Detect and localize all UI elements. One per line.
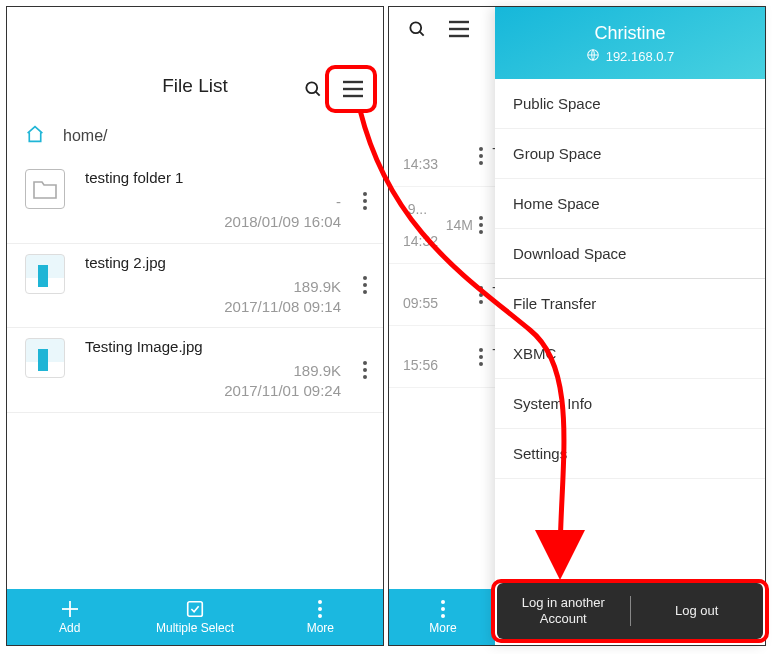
file-name: testing folder 1 bbox=[85, 169, 365, 186]
svg-point-10 bbox=[318, 614, 322, 618]
search-icon[interactable] bbox=[303, 79, 323, 99]
more-button[interactable]: More bbox=[258, 589, 383, 645]
search-icon[interactable] bbox=[407, 19, 427, 43]
add-button[interactable]: Add bbox=[7, 589, 132, 645]
svg-rect-7 bbox=[188, 602, 203, 617]
multiple-select-button[interactable]: Multiple Select bbox=[132, 589, 257, 645]
account-name: Christine bbox=[495, 23, 765, 44]
drawer-item-settings[interactable]: Settings bbox=[495, 429, 765, 479]
image-thumbnail-icon bbox=[25, 338, 65, 378]
drawer-item-home-space[interactable]: Home Space bbox=[495, 179, 765, 229]
drawer-footer: Log in another Account Log out bbox=[497, 583, 763, 639]
svg-line-12 bbox=[420, 32, 424, 36]
screen-drawer-open: - 14:33 -9... 14M 14:32 - 09:55 - 15:56 bbox=[388, 6, 766, 646]
file-date: 2018/01/09 16:04 bbox=[85, 212, 341, 232]
drawer-item-download-space[interactable]: Download Space bbox=[495, 229, 765, 279]
drawer-item-file-transfer[interactable]: File Transfer bbox=[495, 279, 765, 329]
bottom-toolbar: Add Multiple Select More bbox=[7, 589, 383, 645]
file-size: - bbox=[85, 192, 341, 212]
svg-point-16 bbox=[441, 600, 445, 604]
login-another-account-button[interactable]: Log in another Account bbox=[497, 595, 630, 628]
svg-point-9 bbox=[318, 607, 322, 611]
drawer-item-public-space[interactable]: Public Space bbox=[495, 79, 765, 129]
list-item[interactable]: -9... 14M 14:32 bbox=[389, 187, 497, 264]
folder-icon bbox=[25, 169, 65, 209]
file-more-icon[interactable] bbox=[479, 348, 483, 366]
header: File List bbox=[7, 7, 383, 117]
list-item[interactable]: - 09:55 bbox=[389, 264, 497, 326]
screen-file-list: File List home/ bbox=[6, 6, 384, 646]
breadcrumb-path: home/ bbox=[63, 127, 107, 145]
logout-button[interactable]: Log out bbox=[631, 603, 764, 619]
svg-point-8 bbox=[318, 600, 322, 604]
file-size: 189.9K bbox=[85, 361, 341, 381]
file-more-icon[interactable] bbox=[479, 216, 483, 234]
svg-point-17 bbox=[441, 607, 445, 611]
svg-point-18 bbox=[441, 614, 445, 618]
drawer-header: Christine 192.168.0.7 bbox=[495, 7, 765, 79]
breadcrumb[interactable]: home/ bbox=[7, 117, 383, 159]
list-item[interactable]: Testing Image.jpg 189.9K 2017/11/01 09:2… bbox=[7, 328, 383, 413]
side-drawer: Christine 192.168.0.7 Public Space Group… bbox=[495, 7, 765, 645]
file-more-icon[interactable] bbox=[363, 192, 367, 210]
drawer-item-xbmc[interactable]: XBMC bbox=[495, 329, 765, 379]
file-list: testing folder 1 - 2018/01/09 16:04 test… bbox=[7, 159, 383, 413]
file-more-icon[interactable] bbox=[479, 147, 483, 165]
file-name: Testing Image.jpg bbox=[85, 338, 365, 355]
hamburger-menu-icon[interactable] bbox=[341, 79, 365, 99]
file-list-partial: - 14:33 -9... 14M 14:32 - 09:55 - 15:56 bbox=[389, 125, 497, 388]
svg-point-0 bbox=[306, 82, 317, 93]
server-ip: 192.168.0.7 bbox=[495, 48, 765, 65]
hamburger-menu-icon[interactable] bbox=[447, 19, 471, 43]
svg-line-1 bbox=[316, 92, 320, 96]
file-name: testing 2.jpg bbox=[85, 254, 365, 271]
drawer-item-group-space[interactable]: Group Space bbox=[495, 129, 765, 179]
file-date: 2017/11/01 09:24 bbox=[85, 381, 341, 401]
list-item[interactable]: testing folder 1 - 2018/01/09 16:04 bbox=[7, 159, 383, 244]
globe-icon bbox=[586, 48, 600, 65]
file-date: 2017/11/08 09:14 bbox=[85, 297, 341, 317]
image-thumbnail-icon bbox=[25, 254, 65, 294]
file-more-icon[interactable] bbox=[363, 361, 367, 379]
more-button[interactable]: More bbox=[389, 589, 497, 645]
file-more-icon[interactable] bbox=[363, 276, 367, 294]
list-item[interactable]: - 14:33 bbox=[389, 125, 497, 187]
file-more-icon[interactable] bbox=[479, 286, 483, 304]
file-size: 189.9K bbox=[85, 277, 341, 297]
drawer-item-system-info[interactable]: System Info bbox=[495, 379, 765, 429]
home-icon[interactable] bbox=[25, 125, 45, 147]
list-item[interactable]: testing 2.jpg 189.9K 2017/11/08 09:14 bbox=[7, 244, 383, 329]
svg-point-11 bbox=[410, 22, 421, 33]
page-title: File List bbox=[162, 75, 227, 97]
list-item[interactable]: - 15:56 bbox=[389, 326, 497, 388]
